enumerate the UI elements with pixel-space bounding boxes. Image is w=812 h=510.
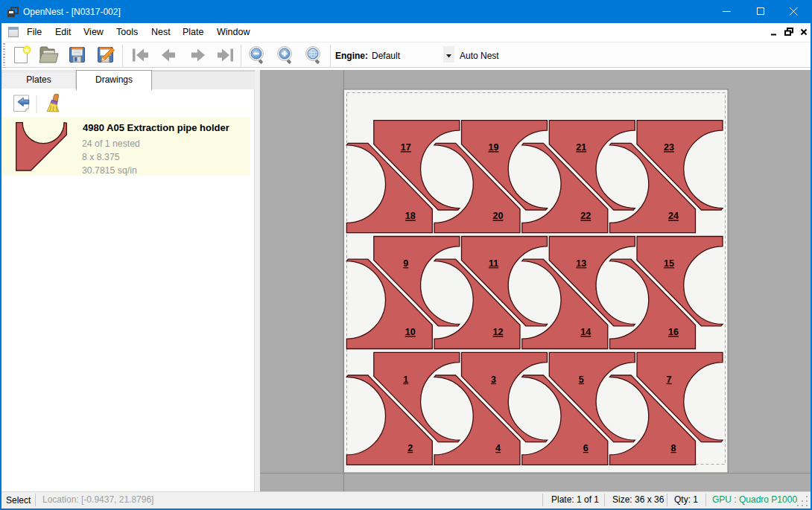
svg-text:4: 4 — [495, 443, 501, 453]
svg-text:8: 8 — [671, 443, 676, 453]
svg-text:11: 11 — [489, 258, 498, 269]
svg-text:6: 6 — [583, 443, 589, 453]
svg-text:3: 3 — [491, 374, 496, 385]
svg-text:19: 19 — [489, 142, 499, 153]
svg-text:16: 16 — [668, 327, 679, 337]
svg-text:9: 9 — [403, 258, 408, 269]
svg-text:12: 12 — [493, 327, 504, 337]
svg-text:7: 7 — [667, 374, 672, 385]
svg-text:14: 14 — [580, 327, 591, 337]
svg-text:13: 13 — [576, 258, 586, 269]
svg-text:1: 1 — [403, 374, 408, 385]
svg-text:18: 18 — [405, 211, 416, 221]
svg-text:20: 20 — [493, 211, 504, 221]
svg-text:21: 21 — [576, 142, 586, 153]
svg-text:23: 23 — [664, 142, 674, 153]
svg-text:24: 24 — [668, 211, 679, 221]
svg-text:22: 22 — [580, 211, 591, 221]
svg-text:10: 10 — [405, 327, 416, 337]
svg-text:17: 17 — [401, 142, 411, 153]
svg-text:15: 15 — [664, 258, 674, 269]
svg-text:2: 2 — [407, 443, 413, 453]
svg-text:5: 5 — [579, 374, 584, 385]
